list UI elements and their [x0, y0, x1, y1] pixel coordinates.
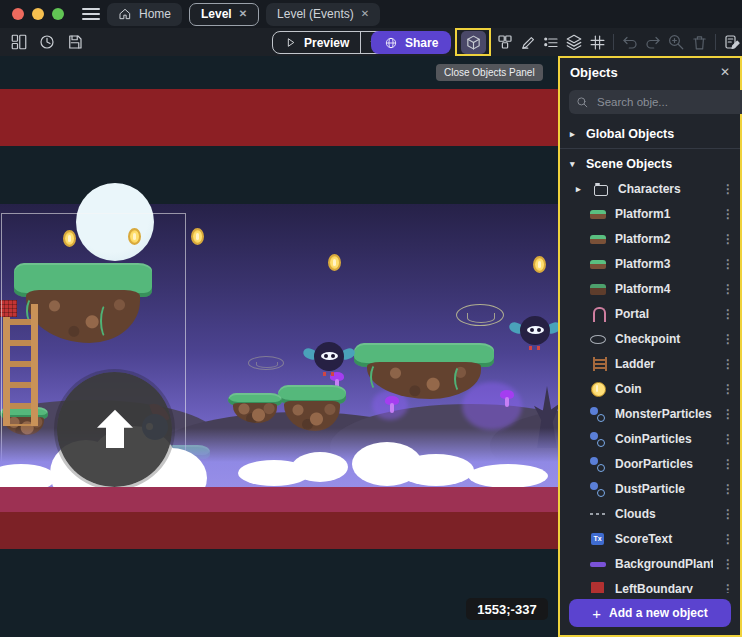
object-item[interactable]: Checkpoint — [560, 326, 740, 351]
instances-list-icon[interactable] — [542, 33, 560, 51]
section-scene-objects[interactable]: ▾ Scene Objects — [560, 152, 740, 176]
object-item[interactable]: Platform2 — [560, 226, 740, 251]
close-tab-icon[interactable]: ✕ — [239, 9, 247, 19]
folder-icon — [593, 181, 609, 197]
section-label: Scene Objects — [586, 157, 672, 171]
tab-level[interactable]: Level ✕ — [189, 3, 259, 26]
monster-sprite[interactable] — [512, 316, 558, 350]
coin-sprite[interactable] — [191, 228, 204, 245]
caret-right-icon[interactable]: ▸ — [576, 184, 584, 194]
object-label: Platform1 — [615, 207, 713, 221]
object-thumbnail-icon — [590, 581, 606, 594]
menu-icon[interactable] — [82, 8, 100, 20]
cloud-sprite[interactable] — [292, 452, 348, 482]
panels-icon[interactable] — [10, 33, 28, 51]
item-menu-icon[interactable] — [722, 432, 732, 446]
jump-control-sprite[interactable] — [57, 372, 172, 487]
object-item[interactable]: CoinParticles — [560, 426, 740, 451]
object-item[interactable]: Ladder — [560, 351, 740, 376]
object-thumbnail-icon — [590, 256, 606, 272]
item-menu-icon[interactable] — [722, 357, 732, 371]
redo-icon[interactable] — [644, 33, 662, 51]
maximize-window-button[interactable] — [52, 8, 64, 20]
share-button[interactable]: Share — [371, 31, 451, 54]
tab-level-events[interactable]: Level (Events) ✕ — [266, 3, 380, 26]
object-label: Characters — [618, 182, 713, 196]
tab-label: Level — [201, 7, 232, 21]
monster-sprite[interactable] — [306, 342, 352, 376]
item-menu-icon[interactable] — [722, 557, 732, 571]
item-menu-icon[interactable] — [722, 582, 732, 594]
object-thumbnail-icon — [590, 506, 606, 522]
play-icon — [284, 36, 297, 49]
object-label: MonsterParticles — [615, 407, 713, 421]
coin-sprite[interactable] — [328, 254, 341, 271]
object-item-folder[interactable]: ▸ Characters — [560, 176, 740, 201]
pencil-icon[interactable] — [519, 33, 537, 51]
window-controls — [12, 8, 64, 20]
item-menu-icon[interactable] — [722, 257, 732, 271]
save-icon[interactable] — [66, 33, 84, 51]
coin-sprite[interactable] — [128, 228, 141, 245]
object-item[interactable]: Platform1 — [560, 201, 740, 226]
tab-home[interactable]: Home — [107, 3, 182, 26]
object-item[interactable]: Platform4 — [560, 276, 740, 301]
section-global-objects[interactable]: ▸ Global Objects — [560, 122, 740, 146]
item-menu-icon[interactable] — [722, 232, 732, 246]
object-item[interactable]: Portal — [560, 301, 740, 326]
object-thumbnail-icon — [590, 381, 606, 397]
object-item[interactable]: DoorParticles — [560, 451, 740, 476]
objects-panel-button[interactable] — [461, 31, 486, 54]
item-menu-icon[interactable] — [722, 207, 732, 221]
item-menu-icon[interactable] — [722, 482, 732, 496]
objects-panel-icon — [464, 33, 482, 51]
object-item[interactable]: MonsterParticles — [560, 401, 740, 426]
item-menu-icon[interactable] — [722, 457, 732, 471]
undo-icon[interactable] — [621, 33, 639, 51]
item-menu-icon[interactable] — [722, 282, 732, 296]
object-item[interactable]: Coin — [560, 376, 740, 401]
object-thumbnail-icon — [590, 206, 606, 222]
cloud-sprite[interactable] — [468, 464, 548, 488]
tab-label: Level (Events) — [277, 7, 354, 21]
grid-icon[interactable] — [588, 33, 606, 51]
item-menu-icon[interactable] — [722, 407, 732, 421]
object-item[interactable]: ScoreText — [560, 526, 740, 551]
cloud-sprite[interactable] — [398, 454, 474, 486]
cursor-coordinates-badge: 1553;-337 — [466, 598, 548, 620]
close-tab-icon[interactable]: ✕ — [361, 9, 369, 19]
search-input[interactable] — [595, 95, 742, 109]
platform-sprite[interactable] — [354, 343, 494, 399]
toolbar: Preview Share — [0, 28, 742, 56]
preview-button[interactable]: Preview — [273, 32, 360, 53]
layers-icon[interactable] — [565, 33, 583, 51]
minimize-window-button[interactable] — [32, 8, 44, 20]
project-notes-icon[interactable] — [723, 33, 741, 51]
trash-icon[interactable] — [690, 33, 708, 51]
object-item[interactable]: Clouds — [560, 501, 740, 526]
item-menu-icon[interactable] — [722, 507, 732, 521]
coin-sprite[interactable] — [63, 230, 76, 247]
platform-sprite[interactable] — [278, 385, 346, 431]
add-button-label: Add a new object — [609, 606, 708, 620]
object-label: ScoreText — [615, 532, 713, 546]
close-panel-icon[interactable]: ✕ — [720, 65, 730, 79]
zoom-in-icon[interactable] — [667, 33, 685, 51]
object-groups-icon[interactable] — [496, 33, 514, 51]
object-item[interactable]: Platform3 — [560, 251, 740, 276]
object-item[interactable]: LeftBoundary — [560, 576, 740, 593]
object-item[interactable]: DustParticle — [560, 476, 740, 501]
item-menu-icon[interactable] — [722, 332, 732, 346]
coin-sprite[interactable] — [533, 256, 546, 273]
close-window-button[interactable] — [12, 8, 24, 20]
item-menu-icon[interactable] — [722, 382, 732, 396]
object-thumbnail-icon — [590, 481, 606, 497]
add-new-object-button[interactable]: + Add a new object — [569, 599, 731, 627]
object-item[interactable]: BackgroundPlants — [560, 551, 740, 576]
history-icon[interactable] — [38, 33, 56, 51]
item-menu-icon[interactable] — [722, 307, 732, 321]
item-menu-icon[interactable] — [722, 532, 732, 546]
object-thumbnail-icon — [590, 281, 606, 297]
item-menu-icon[interactable] — [722, 182, 732, 196]
platform-sprite[interactable] — [228, 393, 282, 423]
